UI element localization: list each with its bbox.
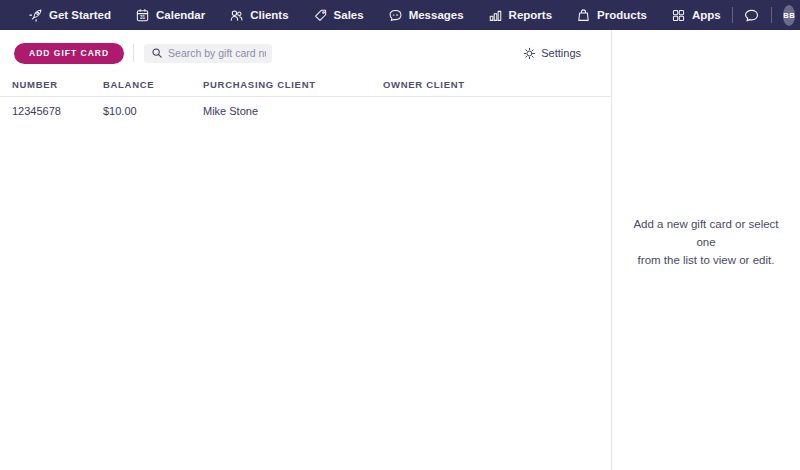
nav-item-clients[interactable]: Clients bbox=[229, 8, 288, 23]
shopping-bag-icon bbox=[576, 8, 591, 23]
gift-card-list-pane: ADD GIFT CARD Settings NUMBER BALA bbox=[0, 30, 611, 470]
cell-number: 12345678 bbox=[12, 105, 103, 117]
nav-item-label: Reports bbox=[509, 9, 552, 21]
nav-item-reports[interactable]: Reports bbox=[488, 8, 552, 23]
bar-chart-icon bbox=[488, 8, 503, 23]
settings-button[interactable]: Settings bbox=[523, 47, 581, 60]
column-header-number: NUMBER bbox=[12, 79, 103, 90]
nav-item-messages[interactable]: Messages bbox=[388, 8, 464, 23]
empty-message-line2: from the list to view or edit. bbox=[638, 254, 775, 266]
gear-icon bbox=[523, 47, 536, 60]
empty-state-message: Add a new gift card or select one from t… bbox=[612, 216, 800, 269]
table-header-row: NUMBER BALANCE PURCHASING CLIENT OWNER C… bbox=[0, 72, 611, 97]
apps-label: Apps bbox=[692, 9, 721, 21]
search-icon bbox=[151, 47, 163, 59]
top-nav: Get Started 31 Calendar Clients bbox=[0, 0, 800, 30]
column-header-purchasing-client: PURCHASING CLIENT bbox=[203, 79, 383, 90]
cell-purchasing-client: Mike Stone bbox=[203, 105, 383, 117]
column-header-owner-client: OWNER CLIENT bbox=[383, 79, 599, 90]
nav-item-label: Get Started bbox=[49, 9, 111, 21]
nav-divider bbox=[771, 7, 772, 23]
nav-item-label: Clients bbox=[250, 9, 288, 21]
nav-right-group: Apps BB Bertrand Bruandet Nicelydone bbox=[671, 0, 800, 33]
nav-menu: Get Started 31 Calendar Clients bbox=[28, 8, 671, 23]
clients-icon bbox=[229, 8, 244, 23]
empty-message-line1: Add a new gift card or select one bbox=[633, 218, 778, 248]
toolbar: ADD GIFT CARD Settings bbox=[0, 38, 611, 68]
nav-divider bbox=[732, 7, 733, 23]
nav-item-label: Calendar bbox=[156, 9, 205, 21]
add-gift-card-button[interactable]: ADD GIFT CARD bbox=[14, 43, 124, 64]
chat-bubble-icon bbox=[743, 7, 760, 24]
cell-balance: $10.00 bbox=[103, 105, 203, 117]
calendar-icon: 31 bbox=[135, 8, 150, 23]
gift-card-table: NUMBER BALANCE PURCHASING CLIENT OWNER C… bbox=[0, 72, 611, 125]
search-box bbox=[144, 43, 272, 63]
nav-item-get-started[interactable]: Get Started bbox=[28, 8, 111, 23]
speech-bubble-icon bbox=[388, 8, 403, 23]
nav-item-label: Sales bbox=[334, 9, 364, 21]
toolbar-divider bbox=[133, 44, 134, 62]
tag-icon bbox=[313, 8, 328, 23]
user-menu[interactable]: BB Bertrand Bruandet Nicelydone bbox=[783, 0, 800, 33]
svg-text:31: 31 bbox=[140, 14, 146, 19]
search-input[interactable] bbox=[144, 44, 272, 63]
avatar: BB bbox=[783, 5, 795, 26]
main-content: ADD GIFT CARD Settings NUMBER BALA bbox=[0, 30, 800, 470]
rocket-icon bbox=[28, 8, 43, 23]
nav-item-label: Products bbox=[597, 9, 647, 21]
nav-item-sales[interactable]: Sales bbox=[313, 8, 364, 23]
nav-item-calendar[interactable]: 31 Calendar bbox=[135, 8, 205, 23]
apps-grid-icon bbox=[671, 8, 686, 23]
nav-item-products[interactable]: Products bbox=[576, 8, 647, 23]
chat-button[interactable] bbox=[743, 7, 760, 24]
apps-button[interactable]: Apps bbox=[671, 8, 721, 23]
detail-pane: Add a new gift card or select one from t… bbox=[611, 30, 800, 470]
column-header-balance: BALANCE bbox=[103, 79, 203, 90]
settings-label: Settings bbox=[541, 47, 581, 59]
nav-item-label: Messages bbox=[409, 9, 464, 21]
table-row[interactable]: 12345678 $10.00 Mike Stone bbox=[0, 97, 611, 125]
